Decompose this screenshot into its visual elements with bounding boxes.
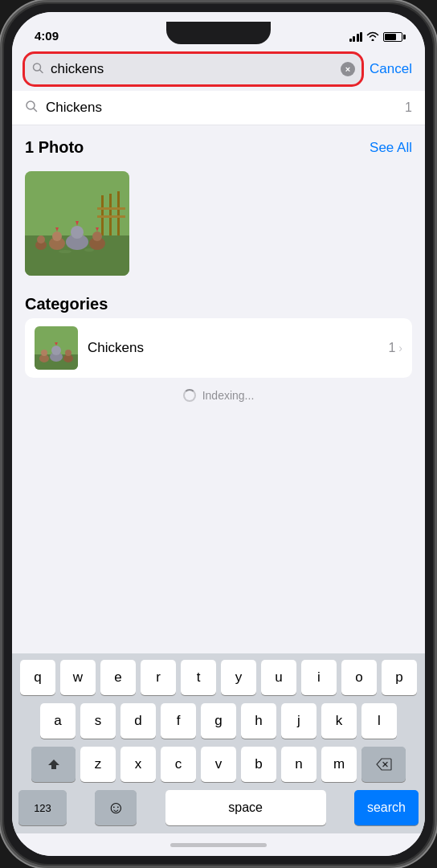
- keyboard-bottom-row: 123 ☺ space search: [15, 790, 422, 825]
- svg-point-20: [84, 248, 94, 252]
- see-all-button[interactable]: See All: [370, 140, 412, 156]
- key-k[interactable]: k: [321, 703, 357, 739]
- section-header: 1 Photo See All: [25, 138, 412, 157]
- chevron-right-icon: ›: [398, 342, 402, 354]
- svg-point-26: [65, 350, 71, 356]
- key-z[interactable]: z: [80, 747, 116, 782]
- battery-icon: [383, 32, 402, 42]
- key-n[interactable]: n: [281, 747, 317, 782]
- key-d[interactable]: d: [120, 703, 156, 739]
- search-input[interactable]: [25, 54, 361, 84]
- key-x[interactable]: x: [120, 747, 156, 782]
- categories-section: Categories: [12, 289, 425, 378]
- svg-rect-10: [97, 215, 125, 218]
- shift-key[interactable]: [31, 747, 76, 782]
- key-v[interactable]: v: [201, 747, 236, 782]
- category-thumbnail: [35, 326, 78, 370]
- notch: [166, 22, 271, 44]
- keyboard-row-2: a s d f g h j k l: [15, 703, 422, 739]
- photos-section-header: 1 Photo See All: [12, 125, 425, 171]
- signal-icon: [349, 32, 363, 42]
- signal-bar-4: [360, 32, 362, 42]
- keyboard-row-3: z x c v b n m: [15, 747, 422, 782]
- signal-bar-2: [353, 36, 355, 42]
- key-i[interactable]: i: [301, 660, 337, 695]
- key-o[interactable]: o: [341, 660, 377, 695]
- key-t[interactable]: t: [181, 660, 216, 695]
- key-s[interactable]: s: [80, 703, 116, 739]
- key-p[interactable]: p: [382, 660, 417, 695]
- suggestion-count: 1: [405, 100, 412, 115]
- svg-line-1: [40, 70, 43, 73]
- key-r[interactable]: r: [141, 660, 176, 695]
- key-l[interactable]: l: [361, 703, 397, 739]
- key-e[interactable]: e: [100, 660, 136, 695]
- key-m[interactable]: m: [321, 747, 357, 782]
- key-j[interactable]: j: [281, 703, 317, 739]
- category-row[interactable]: Chickens 1 ›: [25, 318, 412, 378]
- categories-title: Categories: [25, 295, 412, 313]
- category-info: Chickens 1 ›: [88, 340, 402, 356]
- suggestion-text: Chickens: [46, 100, 102, 116]
- key-w[interactable]: w: [60, 660, 96, 695]
- suggestion-left: Chickens: [25, 100, 102, 116]
- svg-line-3: [34, 108, 37, 112]
- svg-point-12: [71, 226, 84, 239]
- suggestion-row[interactable]: Chickens 1: [12, 91, 425, 125]
- silent-switch[interactable]: [0, 215, 2, 264]
- emoji-key[interactable]: ☺: [95, 790, 137, 825]
- category-count: 1: [388, 341, 395, 355]
- key-c[interactable]: c: [161, 747, 196, 782]
- svg-rect-7: [109, 194, 112, 235]
- phone-screen: 4:09: [12, 12, 425, 856]
- numbers-key[interactable]: 123: [18, 790, 67, 825]
- backspace-key[interactable]: [361, 747, 406, 782]
- status-time: 4:09: [35, 29, 59, 43]
- key-u[interactable]: u: [261, 660, 296, 695]
- search-clear-button[interactable]: ×: [341, 62, 355, 76]
- category-name: Chickens: [88, 340, 144, 356]
- key-b[interactable]: b: [241, 747, 276, 782]
- key-g[interactable]: g: [201, 703, 236, 739]
- suggestion-search-icon: [25, 100, 38, 116]
- volume-down-button[interactable]: [0, 159, 2, 207]
- svg-point-16: [52, 231, 62, 241]
- indexing-text: Indexing...: [202, 389, 255, 402]
- home-indicator: [12, 833, 425, 856]
- key-f[interactable]: f: [161, 703, 196, 739]
- svg-point-28: [41, 350, 47, 356]
- svg-rect-9: [97, 207, 125, 210]
- space-key[interactable]: space: [165, 790, 326, 825]
- cancel-button[interactable]: Cancel: [370, 61, 412, 77]
- key-h[interactable]: h: [241, 703, 276, 739]
- signal-bar-1: [349, 39, 352, 42]
- key-y[interactable]: y: [221, 660, 256, 695]
- svg-point-18: [37, 235, 45, 244]
- svg-point-14: [92, 231, 102, 241]
- photo-grid: [12, 171, 425, 289]
- svg-point-19: [59, 250, 71, 253]
- category-right: 1 ›: [388, 341, 402, 355]
- search-bar-wrapper: ×: [25, 54, 361, 84]
- search-key[interactable]: search: [354, 790, 419, 825]
- keyboard: q w e r t y u i o p a s d f g h j k: [12, 653, 425, 833]
- spinner-icon: [183, 389, 196, 402]
- svg-point-24: [51, 346, 61, 355]
- phone-frame: 4:09: [0, 0, 437, 868]
- indexing-row: Indexing...: [12, 378, 425, 413]
- svg-rect-8: [117, 191, 120, 235]
- battery-fill: [385, 34, 396, 40]
- search-bar-container: × Cancel: [12, 47, 425, 91]
- search-icon: [32, 63, 43, 76]
- keyboard-row-1: q w e r t y u i o p: [15, 660, 422, 695]
- key-q[interactable]: q: [20, 660, 55, 695]
- home-bar: [170, 843, 267, 847]
- signal-bar-3: [357, 34, 359, 42]
- wifi-icon: [366, 31, 379, 43]
- search-content: Chickens 1 1 Photo See All: [12, 91, 425, 653]
- status-icons: [349, 31, 403, 43]
- key-a[interactable]: a: [40, 703, 76, 739]
- volume-up-button[interactable]: [0, 115, 2, 147]
- photos-section-title: 1 Photo: [25, 138, 84, 157]
- photo-thumbnail[interactable]: [25, 171, 129, 276]
